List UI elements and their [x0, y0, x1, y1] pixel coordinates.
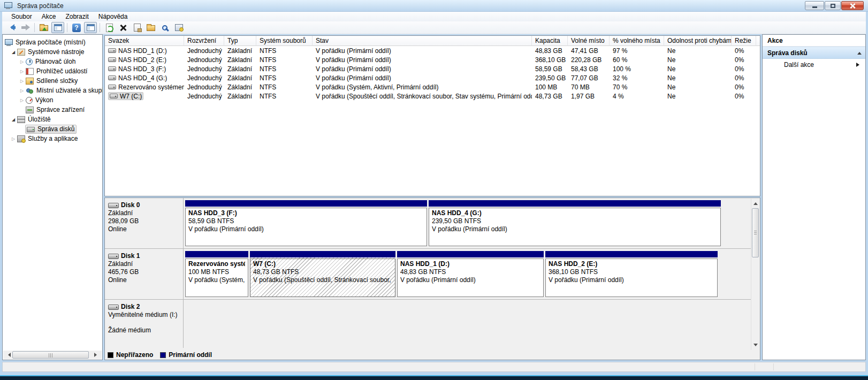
volume-icon [108, 66, 116, 71]
table-row-nas-hdd-2[interactable]: NAS HDD_2 (E:) Jednoduchý Základní NTFS … [105, 55, 760, 64]
table-row-nas-hdd-4[interactable]: NAS HDD_4 (G:) Jednoduchý Základní NTFS … [105, 73, 760, 82]
back-button[interactable] [5, 22, 18, 33]
computer-icon [5, 39, 13, 46]
status-separator [755, 363, 755, 370]
disk-2-label[interactable]: Disk 2 Vyměnitelné médium (I:) Žádné méd… [105, 300, 184, 348]
expanded-icon[interactable]: ◢ [10, 50, 17, 55]
properties-button[interactable] [131, 22, 143, 33]
volume-list: Svazek Rozvržení Typ Systém souborů Stav… [104, 35, 760, 196]
find-button[interactable] [158, 22, 171, 33]
column-header-odolnost[interactable]: Odolnost proti chybám [664, 36, 732, 46]
disk-0-label[interactable]: Disk 0 Základní 298,09 GB Online [105, 198, 184, 248]
help-button[interactable] [70, 22, 83, 33]
partition-nas-hdd-4[interactable]: NAS HDD_4 (G:) 239,50 GB NTFS V pořádku … [429, 200, 721, 246]
collapsed-icon[interactable]: ▷ [10, 136, 17, 141]
menu-napoveda[interactable]: Nápověda [94, 12, 133, 21]
delete-icon [120, 24, 127, 31]
snap-in-button[interactable] [172, 22, 185, 33]
open-button[interactable] [144, 22, 157, 33]
minimize-button[interactable] [805, 1, 824, 10]
collapsed-icon[interactable]: ▷ [19, 98, 25, 103]
partition-nas-hdd-2[interactable]: NAS HDD_2 (E:) 368,10 GB NTFS V pořádku … [545, 251, 718, 297]
selected-item-highlight: Správa disků [25, 125, 77, 134]
unallocated-swatch [108, 352, 113, 358]
actions-group-disk-management[interactable]: Správa disků [763, 47, 865, 59]
event-viewer-icon [26, 68, 34, 75]
menu-soubor[interactable]: Soubor [6, 12, 37, 21]
scroll-right-arrow[interactable] [93, 351, 102, 359]
collapsed-icon[interactable]: ▷ [19, 88, 25, 93]
show-console-tree-toggle[interactable] [51, 22, 64, 33]
performance-icon [26, 97, 33, 104]
scrollbar-thumb[interactable] [12, 351, 89, 359]
table-row-w7[interactable]: W7 (C:) Jednoduchý Základní NTFS V pořád… [105, 92, 760, 101]
collapsed-icon[interactable]: ▷ [19, 79, 25, 83]
delete-button[interactable] [117, 22, 130, 33]
show-action-pane-toggle[interactable] [84, 22, 97, 33]
scroll-up-arrow[interactable] [751, 199, 760, 207]
sidebar-item-performance[interactable]: ▷ Výkon [3, 95, 102, 105]
sidebar-item-computer-management[interactable]: Správa počítače (místní) [3, 37, 102, 47]
scroll-down-arrow[interactable] [751, 341, 760, 350]
disk-1-label[interactable]: Disk 1 Základní 465,76 GB Online [105, 249, 184, 299]
more-actions-item[interactable]: Další akce [763, 59, 865, 71]
menu-akce[interactable]: Akce [37, 12, 61, 21]
table-row-nas-hdd-3[interactable]: NAS HDD_3 (F:) Jednoduchý Základní NTFS … [105, 64, 760, 73]
disk-rows: Disk 0 Základní 298,09 GB Online NAS HDD… [105, 198, 751, 351]
collapse-icon[interactable] [857, 50, 862, 55]
column-header-volne-misto[interactable]: Volné místo [568, 36, 610, 46]
column-header-system-souboru[interactable]: Systém souborů [256, 36, 313, 46]
primary-partition-strip [185, 200, 427, 207]
scrollbar-thumb[interactable] [752, 208, 759, 257]
collapsed-icon[interactable]: ▷ [19, 59, 25, 64]
sidebar-item-services-applications[interactable]: ▷ Služby a aplikace [3, 134, 102, 143]
unallocated-label: Nepřiřazeno [116, 351, 153, 359]
disk-0-row: Disk 0 Základní 298,09 GB Online NAS HDD… [105, 198, 751, 249]
table-row-rezervovano-systemem[interactable]: Rezervováno systémem Jednoduchý Základní… [105, 82, 760, 92]
sidebar-item-storage[interactable]: ◢ Úložiště [3, 115, 102, 124]
close-button[interactable] [841, 1, 864, 10]
column-header-rezie[interactable]: Režie [732, 36, 756, 46]
table-row-nas-hdd-1[interactable]: NAS HDD_1 (D:) Jednoduchý Základní NTFS … [105, 46, 760, 55]
column-header-rozvrzeni[interactable]: Rozvržení [184, 36, 224, 46]
forward-button[interactable] [19, 22, 32, 33]
partition-nas-hdd-1[interactable]: NAS HDD_1 (D:) 48,83 GB NTFS V pořádku (… [397, 251, 544, 297]
sidebar-item-task-scheduler[interactable]: ▷ Plánovač úloh [3, 57, 102, 66]
expanded-icon[interactable]: ◢ [10, 117, 17, 122]
menu-bar: Soubor Akce Zobrazit Nápověda [2, 12, 866, 21]
sidebar-item-event-viewer[interactable]: ▷ Prohlížeč událostí [3, 66, 102, 76]
column-header-typ[interactable]: Typ [224, 36, 256, 46]
column-header-pct-volneho-mista[interactable]: % volného místa [610, 36, 664, 46]
console-tree: Správa počítače (místní) ◢ Systémové nás… [3, 35, 102, 143]
sidebar-horizontal-scrollbar[interactable] [3, 351, 102, 359]
partition-system-reserved[interactable]: Rezervováno systémem 100 MB NTFS V pořád… [185, 251, 248, 297]
sidebar-item-shared-folders[interactable]: ▷ Sdílené složky [3, 76, 102, 86]
partition-w7-selected[interactable]: W7 (C:) 48,73 GB NTFS V pořádku (Spouště… [250, 251, 395, 297]
disk-view-vertical-scrollbar[interactable] [751, 199, 759, 350]
partition-nas-hdd-3[interactable]: NAS HDD_3 (F:) 58,59 GB NTFS V pořádku (… [185, 200, 427, 246]
maximize-button[interactable] [825, 1, 841, 10]
submenu-arrow-icon [856, 63, 862, 67]
shared-folders-icon [26, 78, 34, 85]
primary-partition-strip [545, 251, 718, 257]
primary-partition-strip [250, 251, 395, 257]
back-icon [7, 24, 16, 31]
refresh-button[interactable] [103, 22, 116, 33]
column-header-kapacita[interactable]: Kapacita [532, 36, 568, 46]
sidebar-item-local-users[interactable]: ▷ Místní uživatelé a skupiny [3, 86, 102, 95]
volume-list-header: Svazek Rozvržení Typ Systém souborů Stav… [105, 36, 760, 46]
collapsed-icon[interactable]: ▷ [19, 69, 25, 74]
sidebar-item-device-manager[interactable]: Správce zařízení [3, 105, 102, 115]
sidebar-item-system-tools[interactable]: ◢ Systémové nástroje [3, 47, 102, 57]
column-header-stav[interactable]: Stav [313, 36, 532, 46]
column-header-svazek[interactable]: Svazek [105, 36, 184, 46]
device-manager-icon [26, 107, 34, 113]
system-tools-icon [17, 49, 25, 56]
sidebar-item-disk-management[interactable]: Správa disků [3, 124, 102, 134]
menu-zobrazit[interactable]: Zobrazit [60, 12, 93, 21]
scroll-left-arrow[interactable] [3, 351, 12, 359]
export-list-button[interactable] [37, 22, 50, 33]
row-selection-highlight: W7 (C:) [108, 92, 143, 100]
disk-1-partitions: Rezervováno systémem 100 MB NTFS V pořád… [184, 249, 751, 299]
primary-partition-strip [429, 200, 721, 207]
